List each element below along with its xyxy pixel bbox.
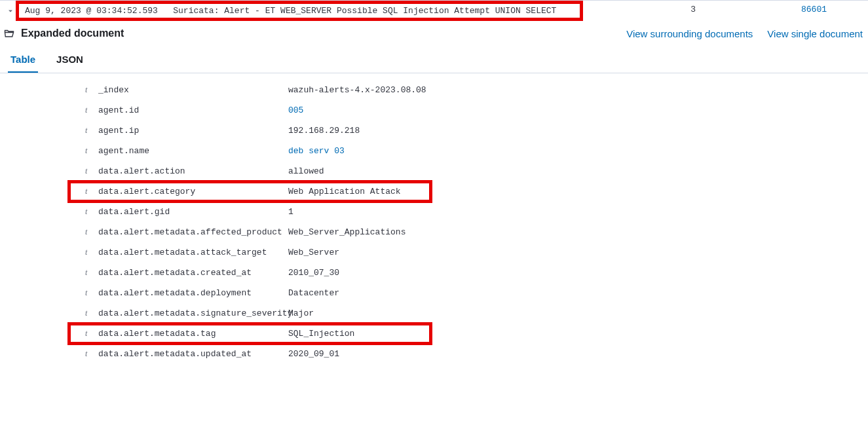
tab-json[interactable]: JSON xyxy=(54,50,86,73)
field-type-icon: t xyxy=(85,227,87,237)
field-key: data.alert.gid xyxy=(98,207,288,217)
field-type-icon: t xyxy=(85,105,87,115)
doc-action-links: View surrounding documents View single d… xyxy=(626,28,863,39)
field-key: agent.name xyxy=(98,146,288,156)
field-row[interactable]: tdata.alert.metadata.created_at2010_07_3… xyxy=(0,263,868,283)
field-type-col: t xyxy=(0,146,98,156)
field-type-icon: t xyxy=(85,146,87,156)
folder-open-icon xyxy=(4,28,14,39)
result-source: Suricata: Alert - ET WEB_SERVER Possible… xyxy=(173,6,556,16)
field-type-icon: t xyxy=(85,85,87,95)
field-row[interactable]: tdata.alert.metadata.affected_productWeb… xyxy=(0,222,868,242)
field-value: 192.168.29.218 xyxy=(288,126,868,136)
field-value[interactable]: 005 xyxy=(288,105,868,115)
field-row[interactable]: tagent.ip192.168.29.218 xyxy=(0,120,868,141)
result-col-id[interactable]: 86601 xyxy=(709,5,840,14)
field-key: data.alert.category xyxy=(98,187,288,196)
field-row[interactable]: tdata.alert.metadata.attack_targetWeb_Se… xyxy=(0,242,868,263)
field-type-col: t xyxy=(0,349,98,359)
field-type-icon: t xyxy=(85,187,87,196)
field-type-col: t xyxy=(0,308,98,318)
field-table: t_indexwazuh-alerts-4.x-2023.08.08tagent… xyxy=(0,73,868,364)
field-value[interactable]: deb serv 03 xyxy=(288,146,868,156)
field-value: allowed xyxy=(288,166,868,176)
collapse-toggle[interactable] xyxy=(5,6,16,16)
field-type-col: t xyxy=(0,187,98,196)
field-type-col: t xyxy=(0,288,98,298)
field-key: agent.ip xyxy=(98,126,288,136)
field-type-icon: t xyxy=(85,349,87,359)
field-row[interactable]: tdata.alert.gid1 xyxy=(0,202,868,222)
doc-view-tabs: Table JSON xyxy=(0,46,868,73)
field-type-icon: t xyxy=(85,329,87,339)
view-single-link[interactable]: View single document xyxy=(767,28,863,39)
field-key: data.alert.metadata.signature_severity xyxy=(98,308,288,318)
field-type-col: t xyxy=(0,268,98,278)
chevron-down-icon xyxy=(7,7,14,15)
field-row[interactable]: tagent.id005 xyxy=(0,100,868,120)
field-key: data.alert.metadata.affected_product xyxy=(98,227,288,237)
field-key: data.alert.action xyxy=(98,166,288,176)
field-type-col: t xyxy=(0,207,98,217)
field-type-col: t xyxy=(0,227,98,237)
expanded-doc-header: Expanded document View surrounding docum… xyxy=(0,20,868,45)
field-key: data.alert.metadata.attack_target xyxy=(98,248,288,257)
field-row[interactable]: t_indexwazuh-alerts-4.x-2023.08.08 xyxy=(0,80,868,100)
field-type-icon: t xyxy=(85,166,87,176)
field-value: Datacenter xyxy=(288,288,868,298)
field-value: Major xyxy=(288,308,868,318)
field-type-icon: t xyxy=(85,126,87,136)
result-row: Aug 9, 2023 @ 03:34:52.593 Suricata: Ale… xyxy=(0,0,868,20)
field-key: data.alert.metadata.tag xyxy=(98,329,288,339)
field-value: SQL_Injection xyxy=(288,329,868,339)
field-type-icon: t xyxy=(85,268,87,278)
field-row[interactable]: tdata.alert.metadata.updated_at2020_09_0… xyxy=(0,344,868,364)
field-value: Web_Server_Applications xyxy=(288,227,868,237)
expanded-doc-title: Expanded document xyxy=(21,28,626,39)
view-surrounding-link[interactable]: View surrounding documents xyxy=(626,28,753,39)
field-type-col: t xyxy=(0,85,98,95)
field-type-col: t xyxy=(0,126,98,136)
field-type-icon: t xyxy=(85,308,87,318)
field-key: data.alert.metadata.updated_at xyxy=(98,349,288,359)
field-key: data.alert.metadata.deployment xyxy=(98,288,288,298)
field-value: 1 xyxy=(288,207,868,217)
field-value: 2010_07_30 xyxy=(288,268,868,278)
field-row[interactable]: tdata.alert.actionallowed xyxy=(0,161,868,181)
field-row[interactable]: tdata.alert.metadata.tagSQL_Injection xyxy=(0,324,868,344)
field-type-icon: t xyxy=(85,248,87,257)
field-type-col: t xyxy=(0,329,98,339)
field-value: Web_Server xyxy=(288,248,868,257)
field-key: data.alert.metadata.created_at xyxy=(98,268,288,278)
field-value: 2020_09_01 xyxy=(288,349,868,359)
field-value: wazuh-alerts-4.x-2023.08.08 xyxy=(288,85,868,95)
field-value: Web Application Attack xyxy=(288,187,868,196)
tab-table[interactable]: Table xyxy=(8,50,38,73)
field-row[interactable]: tdata.alert.metadata.deploymentDatacente… xyxy=(0,283,868,303)
field-row[interactable]: tdata.alert.metadata.signature_severityM… xyxy=(0,303,868,324)
field-key: _index xyxy=(98,85,288,95)
field-type-icon: t xyxy=(85,207,87,217)
result-summary[interactable]: Aug 9, 2023 @ 03:34:52.593 Suricata: Ale… xyxy=(21,5,578,17)
field-type-col: t xyxy=(0,105,98,115)
field-row[interactable]: tdata.alert.categoryWeb Application Atta… xyxy=(0,181,868,202)
field-type-col: t xyxy=(0,248,98,257)
field-type-col: t xyxy=(0,166,98,176)
field-key: agent.id xyxy=(98,105,288,115)
field-row[interactable]: tagent.namedeb serv 03 xyxy=(0,141,868,161)
result-timestamp: Aug 9, 2023 @ 03:34:52.593 xyxy=(25,6,158,16)
result-col-count: 3 xyxy=(578,5,709,14)
field-type-icon: t xyxy=(85,288,87,298)
